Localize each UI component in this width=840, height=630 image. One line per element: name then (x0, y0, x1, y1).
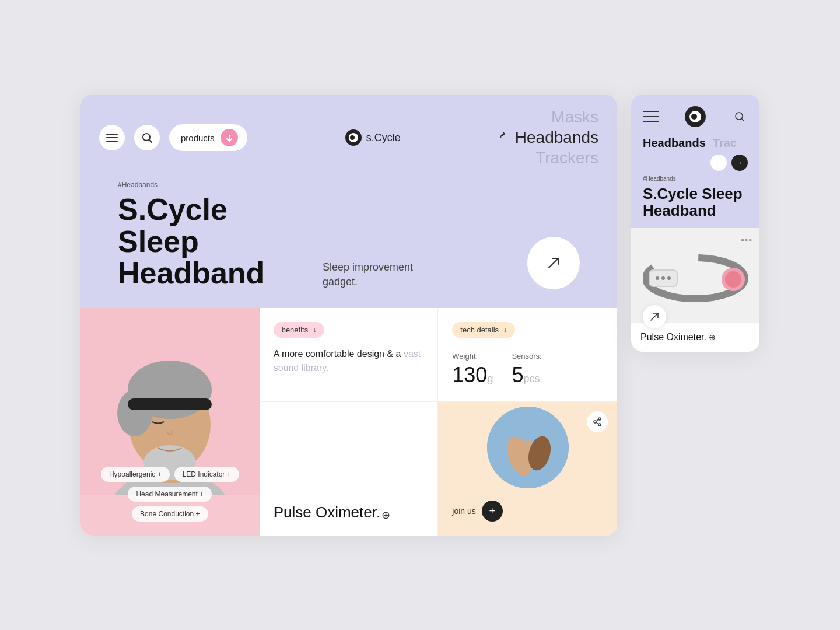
secondary-nav-headbands[interactable]: Headbands (643, 136, 706, 150)
secondary-brand-logo (685, 106, 706, 127)
svg-point-35 (656, 276, 659, 280)
svg-point-24 (594, 421, 596, 423)
secondary-title: S.Cycle Sleep Headband (643, 186, 748, 219)
benefits-arrow-icon: ↓ (313, 326, 316, 334)
main-card: products s.Cycle (80, 94, 617, 536)
spec-weight: Weight: 130g (452, 352, 493, 387)
svg-point-23 (598, 418, 601, 420)
nav-item-trackers[interactable]: Trackers (536, 149, 598, 167)
brand-name: s.Cycle (366, 132, 401, 144)
secondary-menu-icon[interactable] (643, 111, 659, 123)
headband-device-visual (640, 237, 750, 313)
hands-circle (487, 407, 569, 488)
spec-sensors: Sensors: 5pcs (512, 352, 541, 387)
svg-point-25 (598, 424, 601, 426)
secondary-nav-items: Headbands Trac (643, 136, 748, 150)
benefits-text: A more comfortable design & a vast sound… (274, 347, 424, 375)
secondary-arrow-button[interactable] (643, 305, 666, 328)
svg-point-37 (667, 276, 671, 280)
svg-line-31 (742, 118, 744, 121)
benefits-label: benefits (282, 326, 309, 334)
svg-line-40 (651, 313, 658, 320)
svg-rect-1 (106, 137, 118, 138)
tech-card: tech details ↓ Weight: 130g Sensors: 5pc… (438, 308, 617, 402)
header: products s.Cycle (80, 94, 617, 308)
spec-sensors-value: 5pcs (512, 363, 541, 387)
hero-left: #Headbands S.Cycle Sleep Headband (118, 181, 299, 289)
tags-overlay: Hypoallergenic + LED Indicator + Head Me… (80, 467, 260, 522)
hero-inner: #Headbands S.Cycle Sleep Headband Sleep … (118, 181, 580, 289)
pill-arrow-icon (220, 129, 238, 146)
nav-menu: Masks Headbands Trackers (499, 108, 598, 167)
feature-tag-head-measurement[interactable]: Head Measurement + (128, 487, 212, 502)
feature-tag-bone-conduction[interactable]: Bone Conduction + (132, 506, 208, 522)
hero-description: Sleep improvementgadget. (323, 260, 504, 289)
secondary-tag: #Headbands (643, 176, 748, 182)
secondary-pulse-plus: ⊕ (709, 332, 716, 342)
hero-section: #Headbands S.Cycle Sleep Headband Sleep … (99, 172, 598, 308)
join-label: join us (452, 506, 475, 516)
svg-point-39 (725, 271, 741, 288)
brand-center: s.Cycle (257, 130, 489, 146)
secondary-nav-arrows: ← → (643, 155, 748, 171)
hero-tag: #Headbands (118, 181, 299, 189)
bottom-grid: Hypoallergenic + LED Indicator + Head Me… (80, 308, 617, 536)
join-circle-icon: + (482, 501, 503, 522)
headband-device-svg (643, 243, 748, 307)
image-card: Hypoallergenic + LED Indicator + Head Me… (80, 308, 260, 536)
svg-rect-0 (106, 134, 118, 135)
hands-svg (487, 407, 569, 488)
secondary-search-icon[interactable] (732, 108, 748, 125)
nav-next-button[interactable]: → (732, 155, 748, 171)
tech-pill[interactable]: tech details ↓ (452, 322, 515, 338)
svg-point-29 (691, 114, 697, 120)
join-us-button[interactable]: join us + (452, 501, 502, 522)
secondary-nav-top (643, 106, 748, 127)
hero-title: S.Cycle Sleep Headband (118, 194, 299, 289)
share-button[interactable] (587, 411, 608, 432)
svg-rect-2 (106, 141, 118, 142)
benefits-card: benefits ↓ A more comfortable design & a… (260, 308, 439, 402)
spec-sensors-label: Sensors: (512, 352, 541, 360)
products-pill-label: products (181, 133, 215, 143)
join-card: join us + (438, 402, 617, 536)
svg-line-4 (149, 140, 152, 143)
svg-point-6 (350, 135, 355, 140)
spec-weight-label: Weight: (452, 352, 493, 360)
pulse-title: Pulse Oximeter. (274, 503, 381, 522)
nav-prev-button[interactable]: ← (710, 155, 727, 171)
secondary-header: Headbands Trac ← → #Headbands S.Cycle Sl… (631, 94, 760, 228)
tech-label: tech details (460, 326, 499, 334)
svg-point-36 (662, 276, 665, 280)
hero-cta-button[interactable] (527, 237, 580, 289)
page-wrapper: products s.Cycle (80, 94, 760, 536)
spec-weight-value: 130g (452, 363, 493, 387)
secondary-card: Headbands Trac ← → #Headbands S.Cycle Sl… (631, 94, 760, 352)
nav-item-masks[interactable]: Masks (551, 108, 598, 127)
svg-rect-14 (128, 398, 212, 410)
products-pill[interactable]: products (169, 124, 247, 151)
svg-line-26 (596, 419, 598, 421)
brand-logo-icon (345, 130, 362, 146)
svg-line-7 (549, 258, 558, 268)
tech-specs: Weight: 130g Sensors: 5pcs (452, 352, 603, 387)
feature-tag-led[interactable]: LED Indicator + (174, 467, 239, 482)
secondary-product-img: ••• (631, 228, 760, 323)
svg-point-12 (117, 390, 152, 436)
feature-tag-hypoallergenic[interactable]: Hypoallergenic + (101, 467, 170, 482)
hero-center: Sleep improvementgadget. (299, 260, 527, 289)
tech-arrow-icon: ↓ (503, 326, 507, 334)
search-button[interactable] (134, 125, 160, 150)
secondary-pulse-title: Pulse Oximeter. (640, 332, 706, 342)
menu-button[interactable] (99, 125, 125, 150)
pulse-card: Pulse Oximeter. ⊕ (260, 402, 439, 536)
secondary-nav-trackers[interactable]: Trac (713, 136, 737, 150)
pulse-plus-icon: ⊕ (382, 509, 390, 522)
nav-item-headbands[interactable]: Headbands (499, 129, 598, 147)
secondary-bottom: ••• (631, 228, 760, 352)
header-top: products s.Cycle (99, 108, 598, 167)
benefits-pill[interactable]: benefits ↓ (274, 322, 325, 338)
svg-line-27 (596, 422, 598, 424)
